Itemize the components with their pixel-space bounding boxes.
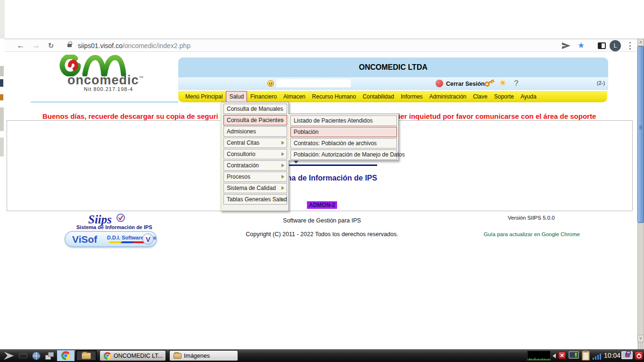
main-menubar: Menú Principal Salud Financiero Almacen …: [178, 91, 607, 102]
menu-item-recurso-humano[interactable]: Recurso Humano: [309, 91, 359, 102]
power-glyph: [636, 353, 642, 359]
globe-icon: [32, 352, 41, 360]
tray-collapse-icon[interactable]: [553, 354, 556, 358]
content-border-left: [7, 120, 7, 211]
header-search-input[interactable]: [276, 79, 351, 88]
windows-launcher[interactable]: [43, 350, 56, 361]
pacientes-submenu: Listado de Pacientes Atendidos Población…: [289, 114, 399, 161]
salud-dropdown-menu: Consulta de Manuales Consulta de Pacient…: [220, 102, 289, 211]
footer-version: Versión SIIPS 5.0.0: [508, 215, 555, 221]
drive-launcher[interactable]: [17, 350, 29, 361]
menu-item-sistema-de-calidad[interactable]: Sistema de Calidad: [223, 183, 287, 193]
key-icon[interactable]: [483, 76, 496, 88]
submenu-item-poblacion[interactable]: Población: [290, 127, 397, 137]
menu-item-almacen[interactable]: Almacen: [280, 91, 309, 102]
profile-avatar[interactable]: L: [610, 40, 621, 51]
scrollbar-grip: [639, 126, 642, 130]
lock-screen-icon[interactable]: [621, 351, 633, 359]
menu-item-ayuda[interactable]: Ayuda: [517, 91, 540, 102]
address-bar[interactable]: siips01.visof.co/oncomedic/index2.php: [78, 42, 190, 49]
window-button-label: ONCOMEDIC LT...: [114, 353, 163, 359]
cpu-graph[interactable]: [527, 351, 551, 361]
notification-close-icon[interactable]: ✕: [558, 352, 566, 359]
page-header-banner: ONCOMEDIC LTDA: [178, 58, 608, 77]
menu-item-salud[interactable]: Salud: [226, 91, 247, 102]
resize-corner: [637, 342, 644, 349]
sidepanel-icon[interactable]: [598, 42, 606, 49]
menu-item-consulta-de-pacientes[interactable]: Consulta de Pacientes: [223, 115, 287, 125]
chrome-launcher[interactable]: [57, 350, 74, 361]
forward-button[interactable]: →: [30, 39, 41, 52]
web-launcher[interactable]: [30, 350, 42, 361]
submenu-item-contratos-poblacion[interactable]: Contratos: Población de archivos: [290, 138, 397, 148]
url-path: /oncomedic/index2.php: [123, 42, 190, 49]
menu-item-procesos[interactable]: Procesos: [223, 172, 287, 182]
taskbar: ONCOMEDIC LT... Imágenes ✕ 10:04: [0, 349, 644, 362]
bookmark-star-icon[interactable]: ★: [578, 41, 585, 50]
browser-menu-icon[interactable]: [629, 42, 631, 49]
windows-stack-icon: [45, 352, 54, 360]
menu-item-menu-principal[interactable]: Menú Principal: [182, 91, 226, 102]
submenu-arrow-icon: [281, 197, 284, 201]
taskbar-window-oncomedic[interactable]: ONCOMEDIC LT...: [99, 350, 166, 361]
menu-item-soporte[interactable]: Soporte: [491, 91, 517, 102]
drive-icon: [19, 353, 27, 358]
taskbar-window-imagenes[interactable]: Imágenes: [169, 350, 238, 361]
visof-logo-badge: ViSof D.D.I. Software Ltda V: [65, 231, 157, 247]
menu-item-informes[interactable]: Informes: [397, 91, 426, 102]
window-button-label: Imágenes: [184, 353, 210, 359]
taskbar-clock[interactable]: 10:04: [604, 352, 620, 359]
menu-item-tablas-generales-salud[interactable]: Tablas Generales Salud: [223, 194, 287, 205]
session-counter: (2-): [597, 80, 605, 86]
scrollbar-thumb[interactable]: [637, 46, 644, 223]
menu-item-contratacion[interactable]: Contratación: [223, 160, 287, 171]
chrome-guide-link[interactable]: Guía para actualizar en Google Chrome: [484, 231, 580, 237]
scroll-up-button[interactable]: ˄: [637, 39, 644, 46]
content-border-bottom: [7, 211, 632, 211]
clipboard-icon[interactable]: [582, 351, 590, 361]
visof-name: ViSof: [72, 234, 97, 245]
submenu-arrow-icon: [281, 141, 284, 145]
session-status-icon: [436, 80, 443, 87]
power-button[interactable]: [635, 351, 643, 360]
back-button[interactable]: ←: [15, 39, 26, 52]
ssl-padlock-icon[interactable]: [67, 44, 72, 47]
siips-subtitle: Sistema de Información de IPS: [76, 224, 152, 230]
scroll-down-button[interactable]: ˅: [637, 335, 644, 342]
folder-icon: [173, 353, 182, 359]
desktop-icon-fragment: [0, 79, 3, 87]
network-signal-icon[interactable]: [593, 352, 602, 360]
menu-item-consultorio[interactable]: Consultorio: [223, 149, 287, 159]
desktop-icon-fragment: [0, 138, 4, 156]
company-nit: Nit 800.217.198-4: [57, 86, 160, 92]
logout-link[interactable]: Cerrar Sesión: [446, 81, 485, 87]
submenu-arrow-icon: [281, 118, 284, 122]
menu-item-contabilidad[interactable]: Contabilidad: [359, 91, 397, 102]
submenu-item-poblacion-autorizacion[interactable]: Población: Autorización de Manejo de Dat…: [290, 149, 397, 160]
files-launcher[interactable]: [76, 350, 97, 361]
submenu-arrow-icon: [281, 186, 284, 190]
menu-item-central-citas[interactable]: Central Citas: [223, 138, 287, 148]
menu-item-consulta-de-manuales[interactable]: Consulta de Manuales: [223, 104, 287, 114]
submenu-item-listado-pacientes[interactable]: Listado de Pacientes Atendidos: [290, 115, 397, 126]
app-menu-button[interactable]: [2, 350, 16, 361]
browser-toolbar: ← → ↻ siips01.visof.co/oncomedic/index2.…: [5, 39, 644, 52]
alert-banner-left: Buenos días, recuerde descargar su copia…: [42, 112, 218, 120]
send-icon[interactable]: [562, 42, 570, 49]
smiley-icon: [267, 80, 274, 87]
menu-item-administracion[interactable]: Administración: [426, 91, 470, 102]
logo-underline: [31, 101, 178, 103]
menu-item-admisiones[interactable]: Admisiones: [223, 126, 287, 137]
chrome-icon: [61, 351, 70, 360]
menu-item-financiero[interactable]: Financiero: [247, 91, 280, 102]
system-monitor-icon[interactable]: [569, 351, 579, 359]
reload-button[interactable]: ↻: [45, 39, 57, 52]
footer-copyright: Copyright (C) 2011 - 2022 Todos los dere…: [178, 231, 466, 238]
cpu-graph-plot: [528, 351, 550, 360]
chrome-icon: [104, 352, 111, 360]
sun-icon[interactable]: ☀: [499, 78, 506, 88]
menu-item-clave[interactable]: Clave: [470, 91, 491, 102]
help-icon[interactable]: ?: [514, 79, 519, 88]
scrollbar-track[interactable]: [637, 223, 644, 335]
footer-product: Software de Gestión para IPS: [178, 217, 466, 224]
